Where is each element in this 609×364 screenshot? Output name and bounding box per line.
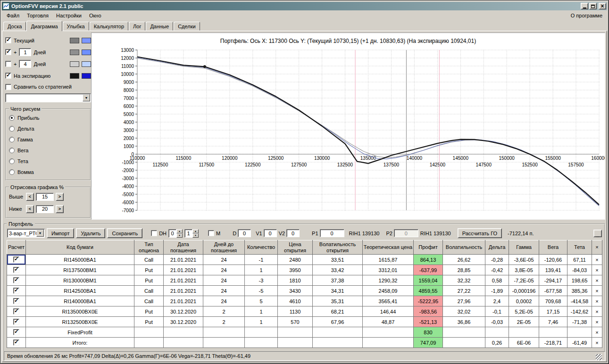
column-header-7[interactable]: Волатильность открытия (313, 240, 363, 255)
dh-checkbox[interactable] (151, 230, 157, 236)
row-delete-button[interactable]: × (592, 296, 602, 306)
row-checkbox[interactable] (13, 267, 19, 273)
above-percent-input[interactable] (36, 193, 54, 201)
tab-diagram[interactable]: Диаграмма (26, 21, 62, 31)
calculate-go-button[interactable]: Рассчитать ГО (458, 228, 502, 238)
row-checkbox[interactable] (13, 308, 19, 314)
down-arrow-icon[interactable] (192, 233, 199, 238)
row-calc-cell[interactable] (7, 265, 26, 275)
row-calc-cell[interactable] (7, 306, 26, 317)
d-input[interactable] (238, 229, 251, 237)
chevron-down-icon[interactable] (83, 94, 90, 101)
down-arrow-icon[interactable] (176, 233, 183, 238)
tab-smile[interactable]: Улыбка (63, 22, 89, 31)
row-calc-cell[interactable] (7, 286, 26, 296)
resize-grip[interactable] (596, 354, 602, 360)
minimize-button[interactable] (581, 3, 588, 9)
radio-icon[interactable] (9, 137, 15, 142)
collapse-portfolio-button[interactable]: _ (593, 230, 602, 237)
column-header-10[interactable]: Волатильность (443, 240, 485, 255)
row-delete-button[interactable]: × (592, 286, 602, 296)
radio-icon[interactable] (9, 169, 15, 175)
tab-calculator[interactable]: Калькулятор (90, 22, 128, 31)
tab-board[interactable]: Доска (3, 22, 26, 31)
row-calc-cell[interactable] (7, 275, 26, 286)
column-header-9[interactable]: Профит (414, 240, 443, 255)
row-delete-button[interactable]: × (592, 338, 602, 348)
tab-log[interactable]: Лог (129, 22, 145, 31)
row-calc-cell[interactable] (7, 327, 26, 338)
tab-deals[interactable]: Сделки (174, 22, 200, 31)
draw-option-profit[interactable]: Прибыль (9, 112, 87, 123)
row-delete-button[interactable]: × (592, 275, 602, 286)
m-checkbox[interactable] (208, 230, 214, 236)
dh-spinner-1-input[interactable] (168, 229, 176, 238)
draw-option-delta[interactable]: Дельта (9, 123, 87, 134)
plus1-days-input[interactable] (19, 48, 31, 56)
radio-icon[interactable] (9, 148, 15, 153)
chevron-down-icon[interactable] (36, 230, 44, 237)
column-header-6[interactable]: Цена открытия (278, 240, 313, 255)
compare-strategy-checkbox[interactable] (5, 84, 11, 90)
import-button[interactable]: Импорт (47, 228, 74, 238)
row-delete-button[interactable]: × (592, 265, 602, 275)
delete-button[interactable]: Удалить (76, 228, 105, 238)
close-button[interactable] (599, 3, 606, 9)
column-header-1[interactable]: Код бумаги (26, 240, 134, 255)
row-checkbox[interactable] (13, 277, 19, 283)
column-header-3[interactable]: Дата погашения (164, 240, 203, 255)
row-delete-button[interactable]: × (592, 306, 602, 317)
v2-input[interactable] (286, 229, 300, 237)
column-header-14[interactable]: Тета (567, 240, 592, 255)
v1-input[interactable] (264, 229, 277, 237)
up-arrow-icon[interactable] (192, 229, 199, 233)
row-checkbox[interactable] (13, 256, 19, 263)
row-delete-button[interactable]: × (592, 327, 602, 338)
draw-option-gamma[interactable]: Гамма (9, 134, 87, 145)
column-header-15[interactable]: × (592, 240, 602, 255)
restore-button[interactable] (589, 3, 597, 9)
row-checkbox[interactable] (13, 329, 19, 335)
radio-icon[interactable] (9, 115, 15, 121)
radio-icon[interactable] (9, 158, 15, 164)
menu-settings[interactable]: Настройки (52, 11, 85, 20)
up-arrow-icon[interactable] (176, 229, 183, 233)
row-checkbox[interactable] (13, 319, 19, 325)
menu-file[interactable]: Файл (3, 11, 23, 20)
column-header-4[interactable]: Дней до погашения (203, 240, 245, 255)
portfolio-select[interactable]: 3-вар-т_РТС (7, 229, 45, 238)
plus-1-days-checkbox[interactable] (5, 49, 11, 55)
row-calc-cell[interactable] (7, 296, 26, 306)
save-button[interactable]: Сохранить (107, 228, 142, 238)
column-header-2[interactable]: Тип опциона (134, 240, 164, 255)
draw-option-vomma[interactable]: Вомма (9, 166, 87, 177)
strategy-select[interactable] (5, 93, 91, 102)
right-arrow-icon[interactable] (56, 205, 64, 213)
column-header-13[interactable]: Вега (539, 240, 567, 255)
below-percent-input[interactable] (36, 205, 54, 213)
column-header-12[interactable]: Гамма (509, 240, 539, 255)
row-checkbox[interactable] (13, 339, 19, 346)
column-header-5[interactable]: Количество (245, 240, 278, 255)
left-arrow-icon[interactable] (26, 205, 34, 213)
current-checkbox[interactable] (5, 37, 11, 43)
row-checkbox[interactable] (13, 288, 19, 294)
radio-icon[interactable] (9, 126, 15, 132)
row-delete-button[interactable]: × (592, 317, 602, 327)
dh-spinner-2-input[interactable] (184, 229, 192, 238)
row-calc-cell[interactable] (7, 317, 26, 327)
column-header-11[interactable]: Дельта (485, 240, 509, 255)
row-delete-button[interactable]: × (592, 255, 602, 265)
column-header-0[interactable]: Расчет (7, 240, 26, 255)
draw-option-theta[interactable]: Тета (9, 156, 87, 166)
row-calc-cell[interactable] (7, 255, 26, 265)
p1-input[interactable] (320, 229, 344, 237)
expiration-checkbox[interactable] (5, 73, 11, 79)
plus-4-days-checkbox[interactable] (5, 61, 11, 67)
draw-option-vega[interactable]: Вега (9, 145, 87, 156)
column-header-8[interactable]: Теоретическая цена (363, 240, 414, 255)
menu-window[interactable]: Окно (85, 11, 105, 20)
menu-about[interactable]: О программе (567, 11, 606, 20)
right-arrow-icon[interactable] (56, 193, 64, 201)
row-checkbox[interactable] (13, 298, 19, 304)
